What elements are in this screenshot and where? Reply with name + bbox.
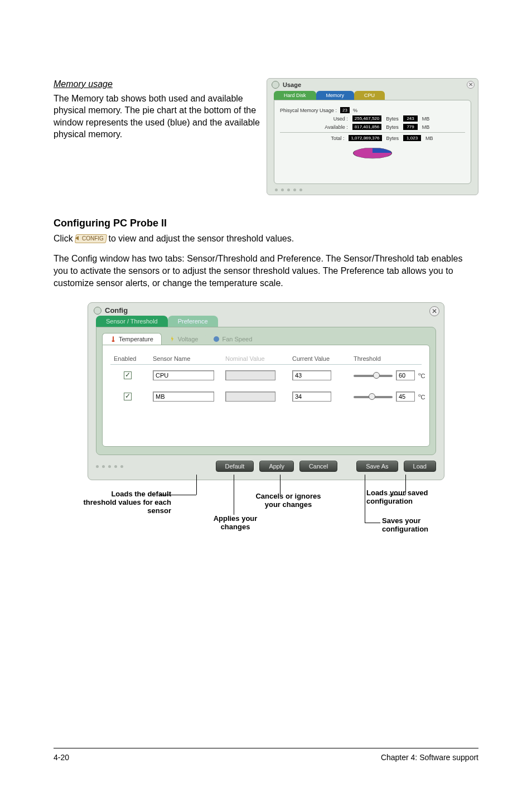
- tab-fanspeed-label: Fan Speed: [222, 336, 252, 342]
- anno-cancel: Cancels or ignores your changes: [255, 492, 322, 509]
- mem-usage-pct: 23: [340, 107, 350, 113]
- pie-chart: [353, 148, 392, 158]
- tab-voltage[interactable]: Voltage: [162, 333, 206, 345]
- tab-temperature-label: Temperature: [119, 336, 153, 342]
- usage-title: Usage: [283, 81, 301, 88]
- config-title: Config: [105, 306, 128, 315]
- tab-sensor-threshold[interactable]: Sensor / Threshold: [96, 316, 168, 327]
- pager-dot: [299, 189, 302, 191]
- pager-dot: [275, 189, 278, 191]
- sensor-name-field[interactable]: [153, 370, 214, 380]
- unit-label: oC: [418, 393, 425, 400]
- usage-icon: [272, 81, 279, 89]
- chapter-label: Chapter 4: Software support: [381, 753, 478, 762]
- current-field: [292, 370, 331, 380]
- total-mb: 1,023: [403, 135, 421, 141]
- total-label: Total :: [312, 136, 344, 141]
- col-sensor: Sensor Name: [153, 355, 225, 362]
- col-nominal: Nominal Value: [225, 355, 292, 362]
- tab-fanspeed[interactable]: Fan Speed: [206, 333, 260, 345]
- total-bytes: 1,072,869,376: [349, 135, 381, 141]
- threshold-slider[interactable]: [354, 394, 393, 399]
- pager-dot: [281, 189, 284, 191]
- pager-dot: [96, 465, 99, 468]
- tab-voltage-label: Voltage: [178, 336, 199, 342]
- tab-preference[interactable]: Preference: [168, 316, 218, 327]
- bolt-icon: [170, 336, 175, 342]
- click-post: to view and adjust the sensor threshold …: [109, 233, 294, 245]
- avail-bytes: 817,401,856: [352, 124, 382, 130]
- threshold-field[interactable]: [396, 392, 415, 402]
- thermometer-icon: [110, 336, 116, 342]
- configuring-heading: Configuring PC Probe II: [54, 218, 478, 229]
- config-window: Config ✕ Sensor / Threshold Preference T…: [88, 302, 444, 480]
- config-icon: [94, 307, 101, 315]
- anno-default: Loads the default threshold values for e…: [82, 490, 171, 515]
- apply-button[interactable]: Apply: [259, 461, 294, 472]
- pct-suffix: %: [353, 108, 357, 113]
- close-icon[interactable]: ✕: [429, 306, 439, 316]
- t1: Bytes: [386, 136, 399, 141]
- pager-dot: [102, 465, 105, 468]
- pager-dot: [114, 465, 117, 468]
- mem-usage-label: Phisycal Memory Usage :: [280, 108, 337, 113]
- tab-harddisk[interactable]: Hard Disk: [274, 91, 316, 100]
- tab-cpu[interactable]: CPU: [354, 91, 385, 100]
- used-label: Used :: [316, 116, 348, 122]
- used-mb: 243: [403, 115, 418, 122]
- t2: MB: [425, 136, 433, 141]
- cancel-button[interactable]: Cancel: [299, 461, 337, 472]
- unit-label: oC: [418, 371, 425, 379]
- used-bytes: 255,467,520: [352, 115, 382, 122]
- tab-memory[interactable]: Memory: [316, 91, 355, 100]
- u2: MB: [422, 116, 430, 122]
- page-number: 4-20: [54, 753, 69, 762]
- anno-apply: Applies your changes: [205, 515, 266, 532]
- avail-mb: 779: [403, 124, 418, 130]
- threshold-slider[interactable]: [354, 373, 393, 378]
- click-pre: Click: [54, 233, 73, 245]
- default-button[interactable]: Default: [216, 461, 254, 472]
- pager-dot: [293, 189, 296, 191]
- tab-temperature[interactable]: Temperature: [102, 333, 162, 345]
- annotations: Loads the default threshold values for e…: [88, 485, 444, 563]
- table-row: oC: [110, 386, 422, 407]
- memory-heading: Memory usage: [54, 78, 262, 90]
- a1: Bytes: [386, 124, 399, 130]
- u1: Bytes: [386, 116, 399, 122]
- col-enabled: Enabled: [114, 355, 153, 362]
- configuring-paragraph: The Config window has two tabs: Sensor/T…: [54, 253, 478, 289]
- memory-body: The Memory tab shows both used and avail…: [54, 93, 262, 141]
- col-current: Current Value: [292, 355, 354, 362]
- table-row: oC: [110, 365, 422, 386]
- anno-load: Loads your saved configuration: [366, 489, 456, 506]
- close-icon[interactable]: ✕: [467, 81, 475, 89]
- pager-dot: [108, 465, 111, 468]
- load-button[interactable]: Load: [404, 461, 436, 472]
- current-field: [292, 392, 331, 402]
- fan-icon: [214, 336, 219, 342]
- saveas-button[interactable]: Save As: [356, 461, 398, 472]
- pager-dot: [120, 465, 123, 468]
- enable-checkbox[interactable]: [124, 371, 132, 379]
- a2: MB: [422, 124, 430, 130]
- usage-window: Usage ✕ Hard Disk Memory CPU Phisycal Me…: [267, 78, 478, 195]
- avail-label: Available :: [316, 124, 348, 130]
- pager-dot: [287, 189, 290, 191]
- anno-saveas: Saves your configuration: [382, 517, 460, 534]
- nominal-field: [225, 370, 275, 380]
- config-button-icon: CONFIG: [75, 234, 107, 243]
- enable-checkbox[interactable]: [124, 393, 132, 400]
- nominal-field: [225, 392, 275, 402]
- sensor-name-field[interactable]: [153, 392, 214, 402]
- col-threshold: Threshold: [354, 355, 418, 362]
- threshold-field[interactable]: [396, 370, 415, 380]
